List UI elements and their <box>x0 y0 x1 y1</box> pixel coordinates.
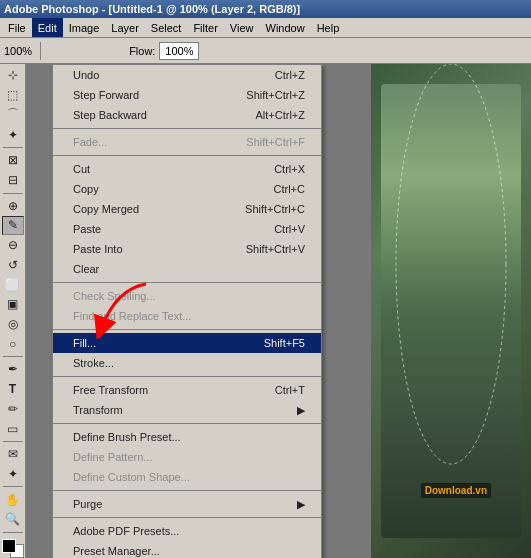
path-tool[interactable]: ✒ <box>2 360 24 379</box>
options-bar: 100% Flow: <box>0 38 531 64</box>
magic-wand-tool[interactable]: ✦ <box>2 125 24 144</box>
menu-item-define-custom-shape-label: Define Custom Shape... <box>73 471 305 483</box>
blur-tool[interactable]: ◎ <box>2 315 24 334</box>
menu-separator <box>53 490 321 491</box>
menu-item-preset-manager[interactable]: Preset Manager... <box>53 541 321 558</box>
menu-item-transform[interactable]: Transform▶ <box>53 400 321 420</box>
lasso-tool[interactable]: ⌒ <box>2 105 24 124</box>
move-tool[interactable]: ⊹ <box>2 66 24 85</box>
menu-item-stroke-label: Stroke... <box>73 357 305 369</box>
menu-item-paste-into-shortcut: Shift+Ctrl+V <box>246 243 305 255</box>
menu-item-step-forward-label: Step Forward <box>73 89 246 101</box>
menu-item-clear[interactable]: Clear <box>53 259 321 279</box>
menu-item-step-backward-label: Step Backward <box>73 109 255 121</box>
menu-item-select[interactable]: Select <box>145 18 188 37</box>
menu-item-define-brush[interactable]: Define Brush Preset... <box>53 427 321 447</box>
menu-item-free-transform[interactable]: Free TransformCtrl+T <box>53 380 321 400</box>
marquee-tool[interactable]: ⬚ <box>2 86 24 105</box>
menu-item-check-spelling-label: Check Spelling... <box>73 290 305 302</box>
hand-tool[interactable]: ✋ <box>2 490 24 509</box>
menu-item-paste[interactable]: PasteCtrl+V <box>53 219 321 239</box>
menu-item-free-transform-shortcut: Ctrl+T <box>275 384 305 396</box>
menu-item-paste-into[interactable]: Paste IntoShift+Ctrl+V <box>53 239 321 259</box>
menu-bar: FileEditImageLayerSelectFilterViewWindow… <box>0 18 531 38</box>
brush-tool[interactable]: ✎ <box>2 216 24 235</box>
flow-label: Flow: <box>129 45 155 57</box>
menu-separator <box>53 282 321 283</box>
title-bar: Adobe Photoshop - [Untitled-1 @ 100% (La… <box>0 0 531 18</box>
menu-item-find-replace: Find and Replace Text... <box>53 306 321 326</box>
menu-item-copy-label: Copy <box>73 183 274 195</box>
menu-item-adobe-pdf[interactable]: Adobe PDF Presets... <box>53 521 321 541</box>
menu-item-file[interactable]: File <box>2 18 32 37</box>
menu-item-adobe-pdf-label: Adobe PDF Presets... <box>73 525 305 537</box>
type-tool[interactable]: T <box>2 380 24 399</box>
menu-item-define-brush-label: Define Brush Preset... <box>73 431 305 443</box>
menu-item-free-transform-label: Free Transform <box>73 384 275 396</box>
shape-tool[interactable]: ▭ <box>2 419 24 438</box>
menu-item-check-spelling: Check Spelling... <box>53 286 321 306</box>
menu-item-find-replace-label: Find and Replace Text... <box>73 310 305 322</box>
gradient-tool[interactable]: ▣ <box>2 295 24 314</box>
menu-item-filter[interactable]: Filter <box>187 18 223 37</box>
menu-item-copy-merged[interactable]: Copy MergedShift+Ctrl+C <box>53 199 321 219</box>
color-swatches[interactable] <box>2 539 24 557</box>
zoom-value: 100% <box>4 45 32 57</box>
menu-item-copy-merged-shortcut: Shift+Ctrl+C <box>245 203 305 215</box>
dodge-tool[interactable]: ○ <box>2 335 24 354</box>
pen-tool[interactable]: ✏ <box>2 400 24 419</box>
main-area: ⊹ ⬚ ⌒ ✦ ⊠ ⊟ ⊕ ✎ ⊖ ↺ ⬜ ▣ ◎ ○ ✒ T ✏ ▭ ✉ ✦ … <box>0 64 531 558</box>
canvas-area: Download.vn UndoCtrl+ZStep ForwardShift+… <box>26 64 531 558</box>
crop-tool[interactable]: ⊠ <box>2 151 24 170</box>
menu-item-step-forward[interactable]: Step ForwardShift+Ctrl+Z <box>53 85 321 105</box>
menu-item-stroke[interactable]: Stroke... <box>53 353 321 373</box>
stamp-tool[interactable]: ⊖ <box>2 236 24 255</box>
menu-separator <box>53 376 321 377</box>
notes-tool[interactable]: ✉ <box>2 445 24 464</box>
menu-item-undo[interactable]: UndoCtrl+Z <box>53 65 321 85</box>
menu-item-fill[interactable]: Fill...Shift+F5 <box>53 333 321 353</box>
menu-item-step-backward-shortcut: Alt+Ctrl+Z <box>255 109 305 121</box>
menu-item-layer[interactable]: Layer <box>105 18 145 37</box>
menu-item-transform-label: Transform <box>73 404 293 416</box>
menu-item-preset-manager-label: Preset Manager... <box>73 545 305 557</box>
menu-item-copy-shortcut: Ctrl+C <box>274 183 305 195</box>
toolbox: ⊹ ⬚ ⌒ ✦ ⊠ ⊟ ⊕ ✎ ⊖ ↺ ⬜ ▣ ◎ ○ ✒ T ✏ ▭ ✉ ✦ … <box>0 64 26 558</box>
menu-item-purge-label: Purge <box>73 498 293 510</box>
menu-item-undo-label: Undo <box>73 69 275 81</box>
menu-item-edit[interactable]: Edit <box>32 18 63 37</box>
healing-brush-tool[interactable]: ⊕ <box>2 196 24 215</box>
menu-item-view[interactable]: View <box>224 18 260 37</box>
svg-point-0 <box>396 64 506 464</box>
slice-tool[interactable]: ⊟ <box>2 171 24 190</box>
menu-item-cut-label: Cut <box>73 163 274 175</box>
eraser-tool[interactable]: ⬜ <box>2 275 24 294</box>
menu-item-purge-arrow: ▶ <box>297 498 305 511</box>
menu-item-copy-merged-label: Copy Merged <box>73 203 245 215</box>
menu-item-undo-shortcut: Ctrl+Z <box>275 69 305 81</box>
download-logo: Download.vn <box>421 483 491 498</box>
menu-item-fill-label: Fill... <box>73 337 264 349</box>
menu-item-cut[interactable]: CutCtrl+X <box>53 159 321 179</box>
menu-item-step-backward[interactable]: Step BackwardAlt+Ctrl+Z <box>53 105 321 125</box>
menu-item-paste-label: Paste <box>73 223 274 235</box>
menu-item-purge[interactable]: Purge▶ <box>53 494 321 514</box>
menu-item-define-custom-shape: Define Custom Shape... <box>53 467 321 487</box>
history-brush-tool[interactable]: ↺ <box>2 256 24 275</box>
menu-item-image[interactable]: Image <box>63 18 106 37</box>
menu-item-copy[interactable]: CopyCtrl+C <box>53 179 321 199</box>
menu-item-fill-shortcut: Shift+F5 <box>264 337 305 349</box>
menu-item-window[interactable]: Window <box>260 18 311 37</box>
menu-item-help[interactable]: Help <box>311 18 346 37</box>
foreground-color-swatch[interactable] <box>2 539 16 553</box>
title-bar-label: Adobe Photoshop - [Untitled-1 @ 100% (La… <box>4 3 300 15</box>
eyedropper-tool[interactable]: ✦ <box>2 465 24 484</box>
menu-item-cut-shortcut: Ctrl+X <box>274 163 305 175</box>
menu-item-define-pattern-label: Define Pattern... <box>73 451 305 463</box>
menu-separator <box>53 517 321 518</box>
zoom-tool[interactable]: 🔍 <box>2 510 24 529</box>
menu-separator <box>53 329 321 330</box>
menu-separator <box>53 128 321 129</box>
menu-item-fade-label: Fade... <box>73 136 246 148</box>
flow-input[interactable] <box>159 42 199 60</box>
